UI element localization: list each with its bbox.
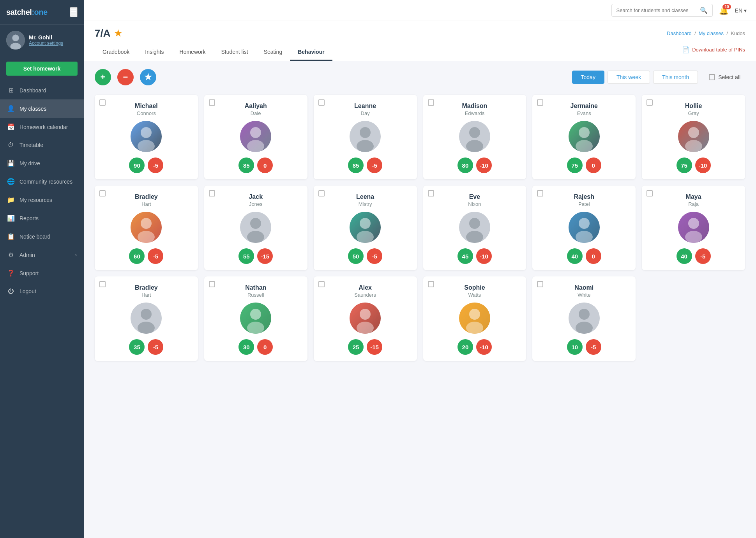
sidebar-item-timetable[interactable]: ⏱ Timetable xyxy=(0,136,84,154)
svg-point-53 xyxy=(576,322,593,334)
kudos-score-red: -10 xyxy=(476,339,492,355)
student-placeholder-image xyxy=(131,303,162,334)
student-photo-image xyxy=(350,303,381,334)
student-checkbox[interactable] xyxy=(99,190,106,196)
sidebar-item-notice-board[interactable]: 📋 Notice board xyxy=(0,227,84,246)
student-first-name: Jack xyxy=(249,193,263,200)
student-first-name: Michael xyxy=(135,103,158,110)
score-row: 30 0 xyxy=(238,339,273,355)
svg-point-41 xyxy=(138,322,155,334)
svg-point-38 xyxy=(685,231,702,243)
kudos-score-green: 35 xyxy=(129,339,145,355)
breadcrumb-dashboard[interactable]: Dashboard xyxy=(667,30,692,36)
search-icon[interactable]: 🔍 xyxy=(700,7,708,14)
hamburger-menu-button[interactable]: ☰ xyxy=(70,7,78,17)
student-checkbox[interactable] xyxy=(318,281,325,287)
star-icon[interactable]: ★ xyxy=(114,28,122,39)
kudos-score-green: 50 xyxy=(348,248,364,264)
account-settings-link[interactable]: Account settings xyxy=(29,41,63,46)
student-photo-image xyxy=(678,212,709,243)
sidebar-item-community-resources[interactable]: 🌐 Community resources xyxy=(0,172,84,191)
tab-seating[interactable]: Seating xyxy=(256,44,290,61)
student-checkbox[interactable] xyxy=(209,99,215,106)
student-checkbox[interactable] xyxy=(646,190,653,196)
class-header: 7/A ★ Dashboard / My classes / Kudos Gra… xyxy=(84,21,756,61)
student-checkbox[interactable] xyxy=(537,281,543,287)
student-first-name: Eve xyxy=(469,193,480,200)
student-checkbox[interactable] xyxy=(318,190,325,196)
tab-gradebook[interactable]: Gradebook xyxy=(95,44,137,61)
sidebar-item-my-drive[interactable]: 💾 My drive xyxy=(0,154,84,172)
student-card: Nathan Russell 30 0 xyxy=(204,276,307,361)
language-selector[interactable]: EN ▾ xyxy=(735,7,747,14)
filter-this-month-button[interactable]: This month xyxy=(653,71,698,84)
student-first-name: Jermaine xyxy=(571,103,598,110)
student-checkbox[interactable] xyxy=(318,99,325,106)
student-first-name: Bradley xyxy=(135,284,158,291)
student-checkbox[interactable] xyxy=(428,99,434,106)
student-photo xyxy=(131,303,162,334)
student-checkbox[interactable] xyxy=(428,190,434,196)
svg-point-19 xyxy=(688,127,699,138)
score-row: 35 -5 xyxy=(129,339,163,355)
filter-today-button[interactable]: Today xyxy=(572,71,604,84)
kudos-score-red: -5 xyxy=(695,248,711,264)
student-last-name: Nixon xyxy=(468,201,481,207)
sidebar-item-label: My drive xyxy=(19,160,40,166)
student-checkbox[interactable] xyxy=(209,190,215,196)
student-checkbox[interactable] xyxy=(537,99,543,106)
kudos-score-red: -10 xyxy=(476,248,492,264)
support-icon: ❓ xyxy=(7,269,15,277)
student-checkbox[interactable] xyxy=(428,281,434,287)
kudos-score-red: 0 xyxy=(257,339,273,355)
notifications-button[interactable]: 🔔 10 xyxy=(719,6,729,15)
chevron-right-icon: › xyxy=(75,252,77,258)
score-row: 20 -10 xyxy=(457,339,492,355)
student-last-name: Connors xyxy=(137,110,156,116)
select-all-button[interactable]: Select all xyxy=(704,71,745,83)
set-homework-button[interactable]: Set homework xyxy=(6,62,78,76)
kudos-score-red: -5 xyxy=(148,248,163,264)
kudos-score-green: 40 xyxy=(677,248,692,264)
class-title: 7/A ★ xyxy=(95,27,122,39)
sidebar-item-support[interactable]: ❓ Support xyxy=(0,264,84,282)
sidebar-item-logout[interactable]: ⏻ Logout xyxy=(0,282,84,300)
breadcrumb-kudos: Kudos xyxy=(731,30,745,36)
tab-student-list[interactable]: Student list xyxy=(213,44,256,61)
remove-kudos-button[interactable]: − xyxy=(117,69,134,85)
sidebar-item-homework-calendar[interactable]: 📅 Homework calendar xyxy=(0,118,84,136)
sidebar-item-dashboard[interactable]: ⊞ Dashboard xyxy=(0,81,84,99)
kudos-score-red: -5 xyxy=(148,339,163,355)
search-input[interactable] xyxy=(616,7,697,13)
score-row: 40 0 xyxy=(567,248,601,264)
sidebar-item-reports[interactable]: 📊 Reports xyxy=(0,209,84,227)
kudos-score-green: 85 xyxy=(238,158,254,173)
student-checkbox[interactable] xyxy=(537,190,543,196)
student-placeholder-image xyxy=(350,121,381,152)
student-first-name: Aaliyah xyxy=(245,103,267,110)
score-row: 60 -5 xyxy=(129,248,163,264)
student-checkbox[interactable] xyxy=(99,281,106,287)
download-pins-link[interactable]: 📄 Download table of PINs xyxy=(682,46,745,59)
tab-insights[interactable]: Insights xyxy=(137,44,171,61)
add-kudos-button[interactable]: + xyxy=(95,69,111,85)
breadcrumb-my-classes[interactable]: My classes xyxy=(699,30,724,36)
svg-point-40 xyxy=(141,309,152,320)
kudos-score-green: 20 xyxy=(457,339,473,355)
sidebar-item-admin[interactable]: ⚙ Admin › xyxy=(0,246,84,264)
notice-board-icon: 📋 xyxy=(7,233,15,240)
kudos-score-red: -5 xyxy=(586,339,601,355)
student-last-name: Edwards xyxy=(465,110,485,116)
sidebar-item-my-classes[interactable]: 👤 My classes xyxy=(0,99,84,118)
star-kudos-button[interactable]: ★ xyxy=(140,69,156,85)
tab-behaviour[interactable]: Behaviour xyxy=(290,44,332,61)
student-checkbox[interactable] xyxy=(209,281,215,287)
svg-point-11 xyxy=(357,140,374,152)
sidebar-item-my-resources[interactable]: 📁 My resources xyxy=(0,191,84,209)
sidebar-item-label: Community resources xyxy=(19,179,72,185)
tab-homework[interactable]: Homework xyxy=(172,44,214,61)
student-checkbox[interactable] xyxy=(99,99,106,106)
student-checkbox[interactable] xyxy=(646,99,653,106)
filter-this-week-button[interactable]: This week xyxy=(608,71,650,84)
user-avatar-image xyxy=(6,31,25,50)
